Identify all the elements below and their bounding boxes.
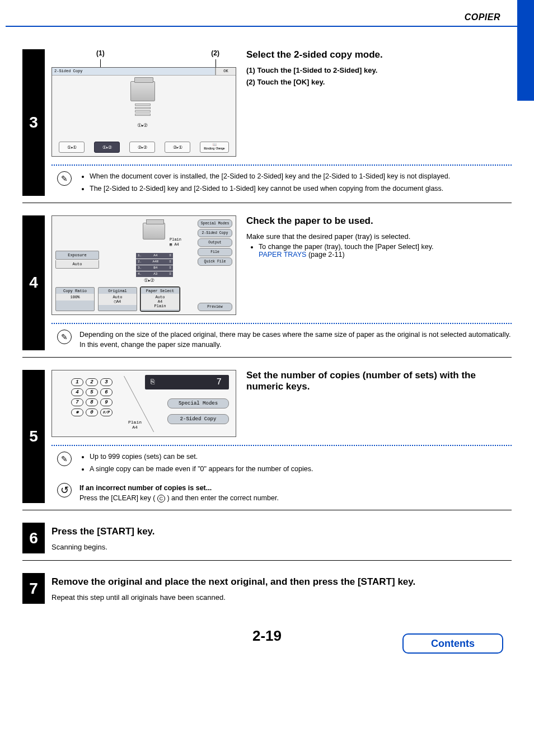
special-modes-button[interactable]: Special Modes (198, 219, 232, 228)
2sided-copy-button[interactable]: 2-Sided Copy (167, 414, 229, 424)
key-6[interactable]: 6 (100, 388, 113, 396)
paper-trays-link[interactable]: PAPER TRAYS (259, 251, 306, 259)
back-icon: ↺ (57, 483, 72, 497)
step-bullet: To change the paper (tray), touch the [P… (259, 243, 512, 259)
substep-1: (1) Touch the [1-Sided to 2-Sided] key. (246, 66, 512, 74)
key-2[interactable]: 2 (86, 378, 98, 386)
step-5: 5 1 2 3 4 5 6 7 8 9 (22, 370, 512, 511)
step-7: 7 Remove the original and place the next… (22, 573, 512, 611)
note-text: When the document cover is installed, th… (79, 171, 450, 196)
callout-1: (1) (96, 49, 105, 57)
preview-button[interactable]: Preview (198, 303, 232, 311)
exposure-button[interactable]: Exposure (55, 251, 99, 260)
key-star[interactable]: ✱ (71, 408, 83, 416)
step-6: 6 Press the [START] key. Scanning begins… (22, 523, 512, 561)
mode-icon: ①▸② (144, 278, 154, 284)
mode-1to1-button[interactable]: ①▸① (59, 142, 85, 153)
mode-1to2-button[interactable]: ①▸② (94, 142, 120, 153)
callout-2: (2) (211, 49, 219, 57)
key-1[interactable]: 1 (71, 378, 83, 386)
step-title: Set the number of copies (number of sets… (246, 370, 512, 392)
divider (51, 445, 512, 446)
key-5[interactable]: 5 (86, 388, 98, 396)
step-title: Remove the original and place the next o… (51, 576, 512, 588)
header-rule (6, 26, 517, 27)
binding-change-button[interactable]: 📖Binding Change (200, 142, 229, 153)
quick-file-button[interactable]: Quick File (198, 257, 232, 266)
paper-label: Plain A4 (128, 420, 142, 430)
note-icon: ✎ (57, 171, 72, 186)
note-text: Up to 999 copies (sets) can be set. A si… (79, 452, 313, 476)
step-body: Repeat this step until all originals hav… (51, 593, 512, 602)
note-icon: ✎ (57, 452, 72, 466)
paper-type-label: Plain ▤ A4 (170, 237, 181, 247)
key-0[interactable]: 0 (86, 408, 98, 416)
mode-2to1-button[interactable]: ②▸① (165, 142, 190, 153)
key-7[interactable]: 7 (71, 398, 83, 406)
divider (51, 165, 512, 166)
ok-button[interactable]: OK (216, 68, 236, 75)
substep-2: (2) Touch the [OK] key. (246, 78, 512, 86)
step-number: 4 (22, 215, 45, 350)
numeric-keypad: 1 2 3 4 5 6 7 8 9 ✱ 0 #/P (71, 378, 113, 416)
exposure-value: Auto (55, 260, 99, 269)
chapter-title: COPIER (0, 0, 534, 26)
contents-button[interactable]: Contents (402, 633, 503, 654)
printer-icon (130, 81, 155, 101)
divider (51, 323, 512, 324)
step-body: Scanning begins. (51, 543, 512, 551)
figure-paper-panel: Plain ▤ A4 1.A4≡ 2.A4R≡ 3.B4≡ 4.A3≡ ①▸② … (51, 215, 236, 315)
step-title: Press the [START] key. (51, 526, 512, 537)
key-4[interactable]: 4 (71, 388, 83, 396)
tip-text: If an incorrect number of copies is set.… (79, 483, 279, 503)
figure-keypad: 1 2 3 4 5 6 7 8 9 ✱ 0 #/P (51, 370, 236, 437)
file-button[interactable]: File (198, 248, 232, 256)
step-title: Select the 2-sided copy mode. (246, 49, 512, 60)
key-8[interactable]: 8 (86, 398, 98, 406)
selected-mode-icon: ①▸② (137, 123, 147, 129)
step-3: 3 (1) (2) 2-Sided Copy OK (22, 49, 512, 203)
step-number: 7 (22, 573, 45, 604)
note-text: Depending on the size of the placed orig… (79, 330, 512, 350)
side-tab (517, 0, 534, 101)
output-button[interactable]: Output (198, 238, 232, 247)
original-button[interactable]: Original Auto▢A4 (98, 287, 137, 311)
panel-title: 2-Sided Copy (52, 68, 216, 75)
key-9[interactable]: 9 (100, 398, 113, 406)
figure-2sided-panel: (1) (2) 2-Sided Copy OK ①▸② (51, 49, 236, 157)
key-hash[interactable]: #/P (100, 408, 113, 416)
2sided-copy-button[interactable]: 2-Sided Copy (198, 229, 232, 237)
printer-icon (143, 223, 165, 240)
key-3[interactable]: 3 (100, 378, 113, 386)
copy-ratio-button[interactable]: Copy Ratio 100% (55, 287, 95, 311)
special-modes-button[interactable]: Special Modes (167, 398, 229, 408)
step-4: 4 Plain ▤ A4 1.A4≡ 2.A4R≡ 3.B4≡ (22, 215, 512, 357)
step-body: Make sure that the desired paper (tray) … (246, 232, 512, 241)
copies-display: ⎘ 7 (145, 375, 229, 389)
mode-2to2-button[interactable]: ②▸② (129, 142, 155, 153)
step-title: Check the paper to be used. (246, 215, 512, 227)
copies-icon: ⎘ (151, 378, 156, 386)
step-number: 3 (22, 49, 45, 196)
clear-key-icon: C (157, 495, 165, 503)
note-icon: ✎ (57, 330, 72, 344)
paper-select-button[interactable]: Paper Select AutoA4Plain (140, 287, 180, 311)
step-number: 6 (22, 523, 45, 553)
step-number: 5 (22, 370, 45, 504)
tray-stack-icon (135, 104, 151, 117)
tray-list: 1.A4≡ 2.A4R≡ 3.B4≡ 4.A3≡ (136, 253, 173, 278)
